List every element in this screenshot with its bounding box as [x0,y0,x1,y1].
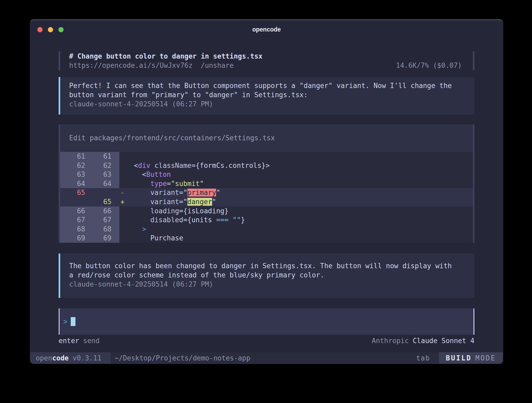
diff-new-line-number: 63 [85,170,111,179]
session-header: # Change button color to danger in setti… [59,51,474,70]
diff-new-line-number: 61 [85,152,111,161]
unshare-command[interactable]: /unshare [201,61,234,70]
diff-row: 6969 Purchase [60,234,473,243]
diff-code-line: variant="primary" [126,188,220,197]
diff-change-marker: + [119,197,126,206]
code-token: Button [146,170,171,178]
code-token: Purchase [126,234,183,242]
message-text-line: The button color has been changed to dan… [69,261,467,271]
message-model-meta: claude-sonnet-4-20250514 (06:27 PM) [69,280,467,289]
diff-new-line-number: 65 [85,197,111,206]
code-token [150,162,155,169]
code-token: =" [179,198,187,206]
code-token [228,216,233,224]
diff-old-line-number: 62 [60,161,85,170]
code-token: } [241,216,245,224]
code-token: variant [150,189,179,197]
code-token [126,198,150,206]
code-token [126,180,150,188]
diff-change-marker [119,161,126,170]
code-token [126,207,150,215]
diff-new-line-number: 64 [85,179,111,188]
minimize-button[interactable] [48,27,53,32]
window-title: opencode [252,26,281,33]
diff-code-line: Purchase [126,234,183,243]
diff-old-line-number: 68 [60,225,85,234]
code-token: > [142,225,146,233]
mode-name: BUILD [446,354,472,362]
diff-code-line: variant="danger" [126,197,216,206]
diff-row: 6666 loading={isLoading} [60,206,473,216]
diff-code-line: disabled={units === ""} [126,215,245,225]
code-token: loading [150,207,179,215]
provider-label: Anthropic [372,337,409,345]
diff-old-line-number: 67 [60,215,85,225]
diff-old-line-number: 66 [60,206,85,216]
diff-code-line: type="submit" [126,179,204,188]
assistant-message: The button color has been changed to dan… [59,254,474,298]
diff-row: 6262 <div className={formCs.controls}> [60,161,473,170]
diff-change-marker [119,170,126,179]
code-token: "submit" [171,180,204,188]
diff-gutter-pad [111,161,119,170]
diff-old-line-number: 69 [60,234,85,243]
code-token: variant [150,198,179,206]
diff: 61616262 <div className={formCs.controls… [60,152,473,243]
code-token: =" [179,189,187,197]
input-meta-row: entersend AnthropicClaude Sonnet 4 [59,336,474,345]
diff-old-line-number: 64 [60,179,85,188]
traffic-lights [37,27,64,32]
diff-gutter-pad [111,179,119,188]
diff-new-line-number: 62 [85,161,111,170]
diff-change-marker [119,234,126,243]
code-token: disabled [150,216,183,224]
message-text-line: a red/rose color scheme instead of the b… [69,271,467,280]
diff-gutter-pad [111,197,119,206]
code-token [126,216,150,224]
diff-gutter-pad [111,170,119,179]
prompt-chevron-icon: > [63,318,68,326]
code-token: < [126,162,138,169]
diff-row: 65+ variant="danger" [60,197,473,206]
model-label: Claude Sonnet 4 [413,337,474,345]
share-url[interactable]: https://opencode.ai/s/UwJxv76z [69,61,193,70]
brand-open: open [36,354,52,362]
message-text-line: Perfect! I can see that the Button compo… [69,81,467,90]
prompt-input[interactable]: > [59,308,474,335]
assistant-message: Perfect! I can see that the Button compo… [59,77,474,115]
diff-gutter-pad [111,206,119,216]
diff-row: 65- variant="primary" [60,188,473,197]
diff-new-line-number: 67 [85,215,111,225]
working-directory: ~/Desktop/Projects/demo-notes-app [115,354,250,362]
close-button[interactable] [37,27,43,32]
edit-tool-block: Edit packages/frontend/src/containers/Se… [59,124,474,243]
code-token: = [167,180,171,188]
code-token [126,189,150,197]
diff-row: 6464 type="submit" [60,179,473,188]
diff-row: 6767 disabled={units === ""} [60,215,473,225]
diff-change-marker [119,152,126,161]
token-cost-stats: 14.6K/7% ($0.07) [396,61,462,70]
code-token: ={units [183,216,216,224]
code-token: < [126,170,146,178]
zoom-button[interactable] [58,27,64,32]
send-action-hint: send [83,337,100,345]
diff-old-line-number: 63 [60,170,85,179]
diff-gutter-pad [111,234,119,243]
mode-toggle[interactable]: BUILDMODE [439,352,503,364]
diff-code-line: <div className={formCs.controls}> [126,161,270,170]
brand-code: code [52,354,69,362]
diff-change-marker [119,225,126,234]
code-token: div [138,162,150,169]
code-token: danger [187,198,212,206]
diff-gutter-pad [111,152,119,161]
diff-code-line: <Button [126,170,171,179]
diff-code-line: > [126,225,146,234]
code-token: className [155,162,192,169]
code-token: ={formCs.controls}> [191,162,269,169]
app-version: v0.3.11 [73,354,101,362]
code-token: === [216,216,228,224]
diff-row: 6363 <Button [60,170,473,179]
enter-key-hint: enter [59,337,79,345]
diff-gutter-pad [111,225,119,234]
